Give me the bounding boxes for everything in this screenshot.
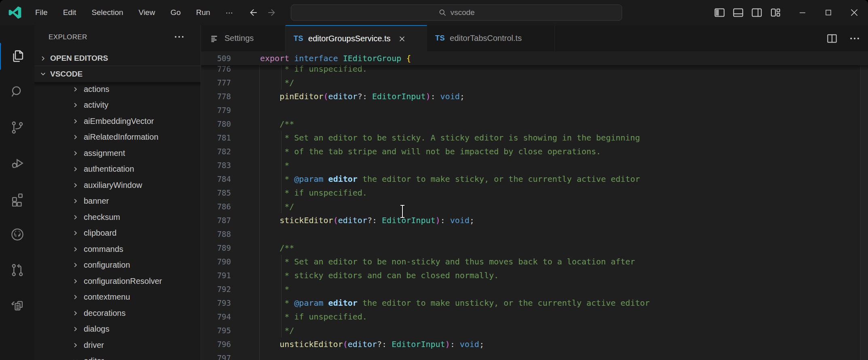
code-line-780[interactable]: 780 /** [201, 117, 868, 131]
activity-references[interactable] [0, 292, 34, 319]
indent-guide [259, 200, 260, 213]
toggle-panel-icon[interactable] [732, 6, 744, 19]
code-line-794[interactable]: 794 * if unspecified. [201, 310, 868, 324]
code-line-778[interactable]: 778 pinEditor(editor?: EditorInput): voi… [201, 89, 868, 103]
activity-explorer[interactable] [0, 43, 34, 70]
tree-item-aiRelatedInformation[interactable]: aiRelatedInformation [34, 129, 201, 145]
navigate-back-icon[interactable] [248, 7, 258, 18]
activity-run-debug[interactable] [0, 150, 34, 177]
chevron-right-icon [72, 325, 79, 333]
menu-run[interactable]: Run [190, 6, 216, 19]
indent-guide [259, 351, 260, 360]
line-number: 780 [201, 117, 231, 131]
tree-item-aiEmbeddingVector[interactable]: aiEmbeddingVector [34, 113, 201, 129]
maximize-button[interactable] [815, 0, 841, 25]
code-text: stickEditor(editor?: EditorInput): void; [260, 213, 474, 227]
tree-item-editor[interactable]: editor [34, 353, 201, 360]
files-icon [10, 49, 25, 64]
tab-settings[interactable]: Settings [201, 25, 286, 51]
menu-view[interactable]: View [133, 6, 161, 19]
code-line-784[interactable]: 784 * @param editor the editor to make s… [201, 172, 868, 186]
tree-item-auxiliaryWindow[interactable]: auxiliaryWindow [34, 177, 201, 193]
tree-item-authentication[interactable]: authentication [34, 161, 201, 177]
code-line-779[interactable]: 779 [201, 103, 868, 117]
open-editors-section[interactable]: OPEN EDITORS [34, 51, 201, 66]
line-number: 787 [201, 213, 231, 227]
close-button[interactable] [841, 0, 867, 25]
command-center-search[interactable]: vscode [291, 4, 622, 21]
editor-scrollbar[interactable] [860, 51, 868, 360]
sticky-scroll-line[interactable]: 509export interface IEditorGroup { [201, 51, 868, 65]
code-line-777[interactable]: 777 */ [201, 76, 868, 89]
indent-guide [259, 145, 260, 158]
code-line-796[interactable]: 796 unstickEditor(editor?: EditorInput):… [201, 337, 868, 351]
code-line-793[interactable]: 793 * @param editor the editor to make u… [201, 296, 868, 310]
vscode-root-folder[interactable]: VSCODE [34, 66, 201, 82]
customize-layout-icon[interactable] [769, 6, 781, 19]
code-line-787[interactable]: 787 stickEditor(editor?: EditorInput): v… [201, 213, 868, 227]
navigate-forward-icon[interactable] [267, 7, 277, 18]
tab-editorgroupsservice-ts[interactable]: TSeditorGroupsService.ts [286, 25, 427, 51]
line-number: 788 [201, 227, 231, 241]
tree-item-activity[interactable]: activity [34, 97, 201, 113]
tree-item-clipboard[interactable]: clipboard [34, 225, 201, 241]
activity-extensions[interactable] [0, 185, 34, 212]
code-line-789[interactable]: 789 /** [201, 241, 868, 255]
code-line-797[interactable]: 797 [201, 351, 868, 360]
tree-item-actions[interactable]: actions [34, 81, 201, 97]
line-number: 781 [201, 131, 231, 145]
menu-edit[interactable]: Edit [57, 6, 83, 19]
tree-item-assignment[interactable]: assignment [34, 145, 201, 161]
code-editor[interactable]: 776 * if unspecified.777 */778 pinEditor… [201, 51, 868, 360]
tree-item-configuration[interactable]: configuration [34, 257, 201, 273]
toggle-primary-sidebar-icon[interactable] [713, 6, 726, 19]
tab-editortabscontrol-ts[interactable]: TSeditorTabsControl.ts [427, 25, 555, 51]
code-line-786[interactable]: 786 */ [201, 200, 868, 213]
chevron-right-icon [72, 309, 79, 317]
code-line-790[interactable]: 790 * Set an editor to be non-sticky and… [201, 255, 868, 268]
toggle-secondary-sidebar-icon[interactable] [751, 6, 763, 19]
line-number: 786 [201, 200, 231, 213]
tree-item-banner[interactable]: banner [34, 193, 201, 209]
minimize-button[interactable] [790, 0, 815, 25]
chevron-right-icon [72, 341, 79, 349]
tree-item-configurationResolver[interactable]: configurationResolver [34, 273, 201, 289]
chevron-right-icon [72, 149, 79, 157]
code-line-781[interactable]: 781 * Set an editor to be sticky. A stic… [201, 131, 868, 145]
tree-item-label: commands [84, 245, 123, 254]
explorer-more-actions-icon[interactable] [173, 31, 185, 43]
activity-github[interactable] [0, 221, 34, 248]
more-actions-icon[interactable] [849, 32, 861, 45]
activity-search[interactable] [0, 79, 34, 105]
code-line-785[interactable]: 785 * if unspecified. [201, 186, 868, 200]
code-line-795[interactable]: 795 */ [201, 324, 868, 337]
tree-item-checksum[interactable]: checksum [34, 209, 201, 225]
tree-item-driver[interactable]: driver [34, 337, 201, 353]
code-line-788[interactable]: 788 [201, 227, 868, 241]
tree-item-commands[interactable]: commands [34, 241, 201, 257]
sticky-code-line-509[interactable]: 509export interface IEditorGroup { [201, 51, 868, 65]
code-line-792[interactable]: 792 * [201, 282, 868, 296]
menu-file[interactable]: File [29, 6, 54, 19]
line-number: 790 [201, 255, 231, 268]
editor-group: SettingsTSeditorGroupsService.tsTSeditor… [201, 25, 868, 360]
code-line-782[interactable]: 782 * of the tab stripe and will not be … [201, 145, 868, 158]
activity-source-control[interactable] [0, 114, 34, 141]
line-number: 793 [201, 296, 231, 310]
code-line-791[interactable]: 791 * sticky editors and can be closed n… [201, 268, 868, 282]
code-line-783[interactable]: 783 * [201, 158, 868, 172]
code-text: /** [260, 117, 294, 131]
menu-go[interactable]: Go [164, 6, 186, 19]
editor-actions [826, 25, 861, 51]
activity-pull-requests[interactable] [0, 257, 34, 283]
tree-item-dialogs[interactable]: dialogs [34, 321, 201, 337]
tree-item-contextmenu[interactable]: contextmenu [34, 289, 201, 305]
split-editor-icon[interactable] [826, 32, 838, 45]
close-tab-icon[interactable] [398, 34, 406, 43]
tree-item-decorations[interactable]: decorations [34, 305, 201, 321]
tree-item-label: activity [84, 100, 108, 110]
menu-[interactable]: ⋯ [220, 6, 239, 20]
menu-selection[interactable]: Selection [85, 6, 129, 19]
line-number: 784 [201, 172, 231, 186]
search-icon [10, 84, 25, 100]
